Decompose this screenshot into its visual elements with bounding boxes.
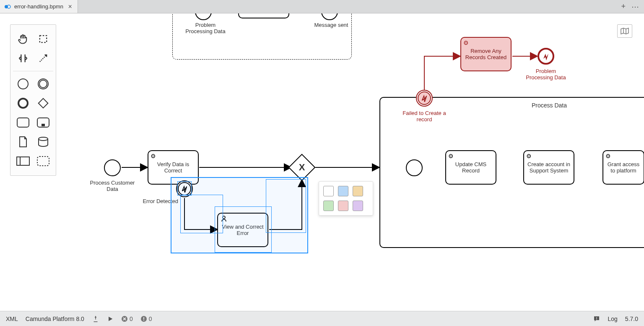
selection-inner <box>180 195 223 233</box>
svg-rect-10 <box>42 124 45 126</box>
deploy-icon[interactable] <box>92 315 99 323</box>
errors-count[interactable]: 0 <box>121 316 133 322</box>
error-icon <box>542 52 550 60</box>
error-icon <box>181 185 188 193</box>
top-label-problem: Problem Processing Data <box>184 22 226 34</box>
feedback-icon[interactable] <box>593 315 600 323</box>
task-grant-access[interactable]: ⚙ Grant access to platform <box>602 150 644 185</box>
service-task-icon: ⚙ <box>605 153 611 159</box>
hand-tool[interactable] <box>15 31 31 47</box>
color-picker <box>319 181 373 216</box>
selection-inner <box>266 179 306 233</box>
color-red[interactable] <box>338 201 348 211</box>
top-label-message: Message sent <box>310 22 352 28</box>
file-tab[interactable]: error-handling.bpmn × <box>0 0 78 13</box>
user-task-icon <box>221 215 227 223</box>
pool-tool[interactable] <box>15 153 31 170</box>
gateway-tool[interactable] <box>35 95 52 112</box>
subprocess-start-event[interactable] <box>406 159 423 176</box>
error-badge-icon <box>121 316 128 322</box>
svg-rect-27 <box>596 317 597 318</box>
xml-toggle[interactable]: XML <box>6 316 18 322</box>
warnings-count[interactable]: 0 <box>140 316 152 322</box>
error-icon <box>421 94 428 102</box>
service-task-icon: ⚙ <box>463 39 469 46</box>
boundary-error-detected[interactable] <box>176 180 193 197</box>
color-green[interactable] <box>323 201 334 211</box>
color-blue[interactable] <box>338 186 348 196</box>
log-toggle[interactable]: Log <box>608 316 618 322</box>
end-event-problem[interactable] <box>538 48 554 65</box>
task-create-account[interactable]: ⚙ Create account in Support System <box>523 150 574 185</box>
data-store-tool[interactable] <box>35 133 52 150</box>
service-task-icon: ⚙ <box>526 153 532 159</box>
svg-rect-7 <box>39 99 48 108</box>
task-verify-data[interactable]: ⚙ Verify Data is Correct <box>148 150 199 185</box>
svg-point-22 <box>223 216 225 219</box>
bpmn-file-icon <box>4 3 11 10</box>
svg-point-6 <box>18 99 28 108</box>
svg-rect-25 <box>143 317 144 319</box>
svg-rect-26 <box>143 320 144 321</box>
svg-rect-28 <box>596 319 597 320</box>
group-tool[interactable] <box>35 153 52 170</box>
minimap-toggle[interactable] <box>617 24 632 38</box>
tab-filename: error-handling.bpmn <box>14 3 63 10</box>
start-event-tool[interactable] <box>15 76 31 92</box>
exclusive-gateway[interactable]: X <box>288 154 315 181</box>
subprocess-label: Process Data <box>532 102 567 109</box>
close-icon[interactable]: × <box>67 3 73 10</box>
task-label: Create account in Support System <box>526 161 572 174</box>
data-object-tool[interactable] <box>15 133 31 150</box>
color-orange[interactable] <box>353 186 363 196</box>
map-icon <box>620 27 629 35</box>
color-purple[interactable] <box>353 201 363 211</box>
end-event-label: Problem Processing Data <box>525 68 567 81</box>
tool-palette <box>10 24 56 176</box>
more-icon[interactable]: ⋯ <box>631 2 639 11</box>
task-label: Grant access to platform <box>605 161 642 174</box>
start-event[interactable] <box>104 159 121 176</box>
platform-label[interactable]: Camunda Platform 8.0 <box>26 316 84 322</box>
task-label: Remove Any Records Created <box>463 48 509 60</box>
svg-rect-12 <box>17 157 29 165</box>
svg-rect-14 <box>37 156 49 166</box>
canvas[interactable]: Problem Processing Data Message sent Pro… <box>0 13 644 311</box>
warning-badge-icon <box>140 316 147 322</box>
space-tool[interactable] <box>15 50 31 67</box>
status-bar: XML Camunda Platform 8.0 0 0 Log 5.7.0 <box>0 311 644 326</box>
version-label: 5.7.0 <box>625 316 638 322</box>
boundary-error-label: Error Detected <box>136 198 178 204</box>
boundary-failed-create[interactable] <box>416 90 433 107</box>
start-event-label: Process Customer Data <box>87 180 138 192</box>
service-task-icon: ⚙ <box>448 153 454 159</box>
task-top-middle[interactable] <box>238 13 289 18</box>
task-view-correct[interactable]: View and Correct Error <box>217 213 268 247</box>
run-icon[interactable] <box>107 316 114 322</box>
intermediate-event-tool[interactable] <box>35 76 52 92</box>
service-task-icon: ⚙ <box>151 153 156 159</box>
svg-point-5 <box>39 80 47 88</box>
connect-tool[interactable] <box>35 50 52 67</box>
svg-point-11 <box>39 137 48 141</box>
end-event-tool[interactable] <box>15 95 31 112</box>
bpmn-diagram: Problem Processing Data Message sent Pro… <box>0 13 644 311</box>
tab-bar: error-handling.bpmn × + ⋯ <box>0 0 644 13</box>
svg-rect-8 <box>17 118 29 127</box>
lasso-tool[interactable] <box>35 31 52 47</box>
task-update-cms[interactable]: ⚙ Update CMS Record <box>445 150 496 185</box>
add-tab-icon[interactable]: + <box>621 2 626 11</box>
boundary-failed-label: Failed to Create a record <box>399 110 449 123</box>
group-container[interactable] <box>172 13 352 60</box>
task-tool[interactable] <box>15 114 31 131</box>
task-label: View and Correct Error <box>220 224 266 236</box>
subprocess-tool[interactable] <box>35 114 52 131</box>
task-label: Update CMS Record <box>448 161 494 174</box>
color-white[interactable] <box>323 186 334 196</box>
svg-point-3 <box>18 79 28 89</box>
task-label: Verify Data is Correct <box>150 161 196 174</box>
task-remove-records[interactable]: ⚙ Remove Any Records Created <box>460 37 512 71</box>
svg-rect-2 <box>40 36 47 42</box>
